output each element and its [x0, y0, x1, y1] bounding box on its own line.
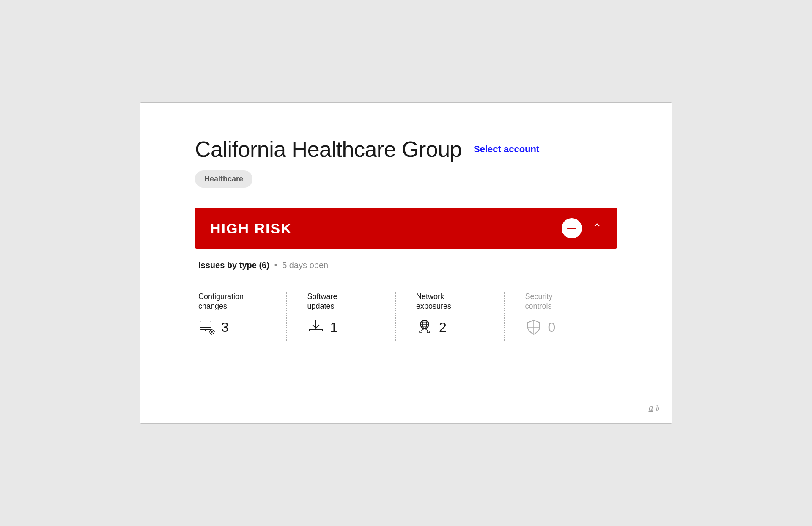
select-account-link[interactable]: Select account [474, 144, 539, 155]
metric-security-controls: Securitycontrols 0 [505, 292, 614, 337]
days-open-label: 5 days open [282, 260, 328, 270]
minus-icon [567, 228, 576, 229]
svg-line-19 [421, 329, 425, 331]
section-divider [195, 278, 617, 278]
metrics-row: Configurationchanges [195, 292, 617, 337]
security-controls-icon [525, 318, 542, 337]
bottom-right-decoration: a b [649, 402, 660, 413]
issues-row: Issues by type (6) • 5 days open [195, 260, 617, 270]
page-title: California Healthcare Group [195, 137, 462, 162]
metric-config-changes: Configurationchanges [198, 292, 287, 337]
svg-line-20 [425, 329, 428, 331]
tag-badge: Healthcare [195, 170, 252, 188]
svg-rect-10 [309, 329, 323, 331]
config-changes-icon [198, 318, 215, 337]
issues-label: Issues by type (6) [198, 260, 269, 270]
metric-label-config: Configurationchanges [198, 292, 277, 312]
metric-number-network: 2 [439, 320, 447, 335]
software-updates-icon [307, 318, 324, 337]
metric-label-network: Networkexposures [416, 292, 495, 312]
svg-rect-18 [427, 331, 430, 333]
metric-number-security: 0 [548, 320, 556, 335]
risk-banner-controls: ⌃ [562, 218, 602, 238]
metric-number-software: 1 [330, 320, 338, 335]
metric-software-updates: Softwareupdates 1 [287, 292, 396, 337]
metric-value-security: 0 [525, 318, 604, 337]
chevron-up-icon[interactable]: ⌃ [592, 222, 602, 234]
metric-network-exposures: Networkexposures [396, 292, 505, 337]
metric-label-security: Securitycontrols [525, 292, 604, 312]
metric-label-software: Softwareupdates [307, 292, 386, 312]
ab-icon: a b [649, 402, 660, 413]
svg-rect-17 [420, 331, 422, 333]
risk-title: HIGH RISK [210, 220, 292, 237]
metric-value-network: 2 [416, 318, 495, 337]
metric-value-software: 1 [307, 318, 386, 337]
metric-value-config: 3 [198, 318, 277, 337]
svg-point-5 [211, 331, 213, 333]
header-section: California Healthcare Group Select accou… [195, 137, 617, 162]
risk-banner: HIGH RISK ⌃ [195, 208, 617, 249]
main-container: California Healthcare Group Select accou… [140, 102, 672, 424]
network-exposures-icon [416, 318, 433, 337]
collapse-button[interactable] [562, 218, 582, 238]
bullet-separator: • [274, 261, 277, 270]
metric-number-config: 3 [221, 320, 229, 335]
